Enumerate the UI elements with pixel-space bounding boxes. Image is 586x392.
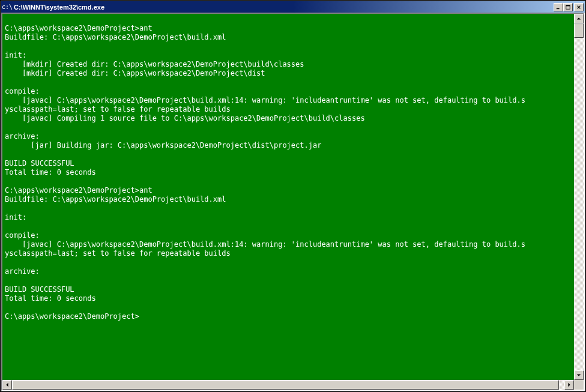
horizontal-scrollbar[interactable]	[2, 380, 574, 390]
scroll-left-button[interactable]	[2, 380, 12, 390]
titlebar-buttons	[554, 3, 584, 11]
vertical-scroll-track[interactable]	[574, 23, 584, 370]
minimize-icon	[556, 5, 561, 10]
console-output[interactable]: C:\apps\workspace2\DemoProject>ant Build…	[2, 14, 574, 380]
client-area: C:\apps\workspace2\DemoProject>ant Build…	[1, 13, 585, 391]
horizontal-scroll-track[interactable]	[12, 380, 564, 390]
close-button[interactable]	[574, 3, 584, 11]
cmd-icon: c:\	[2, 2, 12, 12]
maximize-button[interactable]	[563, 3, 573, 11]
cmd-window: c:\ C:\WINNT\system32\cmd.exe C:\apps\wo…	[1, 1, 585, 391]
arrow-right-icon	[567, 382, 572, 387]
minimize-button[interactable]	[554, 3, 563, 11]
titlebar[interactable]: c:\ C:\WINNT\system32\cmd.exe	[1, 1, 585, 13]
console-wrapper: C:\apps\workspace2\DemoProject>ant Build…	[2, 14, 584, 380]
scroll-up-button[interactable]	[574, 14, 584, 23]
svg-rect-2	[566, 5, 570, 6]
close-icon	[576, 5, 581, 10]
scroll-right-button[interactable]	[564, 380, 574, 390]
horizontal-scroll-thumb[interactable]	[12, 380, 559, 390]
maximize-icon	[566, 5, 570, 10]
size-grip[interactable]	[574, 380, 584, 390]
scroll-down-button[interactable]	[574, 370, 584, 380]
arrow-down-icon	[576, 373, 581, 378]
window-title: C:\WINNT\system32\cmd.exe	[14, 4, 554, 11]
svg-rect-0	[557, 8, 560, 9]
vertical-scrollbar[interactable]	[574, 14, 584, 380]
arrow-left-icon	[5, 382, 10, 387]
horizontal-scrollbar-row	[2, 380, 584, 390]
arrow-up-icon	[576, 16, 581, 21]
vertical-scroll-thumb[interactable]	[574, 23, 584, 38]
